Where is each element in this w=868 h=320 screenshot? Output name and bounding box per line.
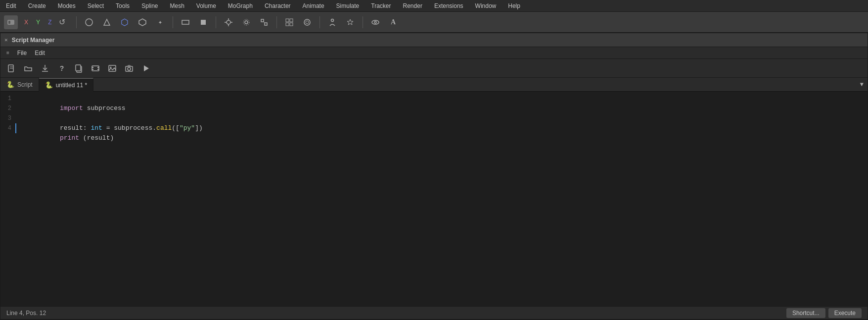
code-editor[interactable]: 1 import subprocess 2 3 result: int = su… — [0, 92, 868, 306]
tool-cube-btn[interactable]: ⬡ — [117, 15, 132, 30]
script-help-btn[interactable]: ? — [55, 61, 69, 75]
script-new-btn[interactable] — [4, 61, 18, 75]
tab-script[interactable]: 🐍 Script — [0, 78, 39, 92]
menu-item-mesh[interactable]: Mesh — [168, 1, 186, 10]
code-line-1: 1 import subprocess — [0, 94, 868, 104]
tool-transform-btn[interactable] — [257, 15, 272, 30]
menu-item-help[interactable]: Help — [506, 1, 522, 10]
tool-eye-btn[interactable] — [368, 15, 383, 30]
tool-circle-btn[interactable] — [82, 15, 96, 30]
menu-item-simulate[interactable]: Simulate — [334, 1, 362, 10]
tool-grid2-btn[interactable] — [300, 15, 315, 30]
kw-print: print — [60, 134, 79, 142]
svg-marker-42 — [144, 65, 149, 71]
svg-rect-32 — [76, 65, 81, 71]
kw-py-str: "py" — [180, 124, 195, 132]
line-code-4: print (result) — [16, 123, 114, 153]
svg-rect-14 — [261, 19, 264, 22]
menu-item-character[interactable]: Character — [263, 1, 293, 10]
svg-point-23 — [331, 19, 334, 21]
untitled-tab-icon: 🐍 — [45, 81, 53, 89]
script-download-btn[interactable] — [38, 61, 52, 75]
svg-point-39 — [110, 66, 112, 68]
menu-item-mograph[interactable]: MoGraph — [226, 1, 255, 10]
script-toolbar: ? — [0, 59, 868, 78]
menu-bar: Edit Create Modes Select Tools Spline Me… — [0, 0, 868, 12]
tool-arrow-up-btn[interactable] — [99, 15, 114, 30]
script-play-btn[interactable] — [139, 61, 153, 75]
toolbar-sep-3 — [216, 16, 216, 28]
axis-z-btn[interactable]: Z — [45, 17, 55, 28]
svg-rect-6 — [201, 20, 206, 25]
panel-file-btn[interactable]: File — [14, 49, 30, 57]
axis-rotate-btn[interactable]: ↺ — [56, 17, 67, 28]
menu-item-tools[interactable]: Tools — [114, 1, 132, 10]
menu-item-select[interactable]: Select — [86, 1, 106, 10]
script-copy-btn[interactable] — [72, 61, 86, 75]
menu-item-window[interactable]: Window — [473, 1, 499, 10]
script-film-btn[interactable] — [89, 61, 102, 75]
svg-marker-4 — [139, 19, 146, 26]
menu-item-tracker[interactable]: Tracker — [369, 1, 393, 10]
code-line-3: 3 result: int = subprocess.call(["py"]) — [0, 113, 868, 123]
svg-line-16 — [264, 22, 265, 23]
panel-titlebar: ✕ Script Manager — [0, 33, 868, 47]
tool-square-btn[interactable] — [196, 15, 211, 30]
kw-dot: . — [152, 124, 156, 132]
back-icon[interactable] — [4, 15, 18, 29]
menu-item-spline[interactable]: Spline — [139, 1, 160, 10]
tab-untitled[interactable]: 🐍 untitled 11 * — [39, 78, 93, 92]
code-content[interactable]: 1 import subprocess 2 3 result: int = su… — [0, 92, 868, 306]
tool-settings-btn[interactable] — [343, 15, 358, 30]
menu-item-volume[interactable]: Volume — [194, 1, 218, 10]
tool-grid-btn[interactable] — [282, 15, 297, 30]
code-line-2: 2 — [0, 104, 868, 113]
axis-group: X Y Z ↺ — [21, 17, 67, 28]
panel-file-label: File — [17, 50, 27, 56]
axis-x-btn[interactable]: X — [21, 17, 32, 28]
script-image-btn[interactable] — [105, 61, 119, 75]
tool-hex-btn[interactable] — [135, 15, 150, 30]
script-open-btn[interactable] — [21, 61, 35, 75]
panel-close-btn[interactable]: ✕ — [4, 37, 8, 43]
script-camera-btn[interactable] — [122, 61, 136, 75]
kw-space: (result) — [79, 134, 114, 142]
tab-dropdown-btn[interactable]: ▼ — [860, 81, 868, 88]
menu-item-create[interactable]: Create — [26, 1, 48, 10]
svg-rect-37 — [97, 69, 99, 70]
menu-item-animate[interactable]: Animate — [301, 1, 326, 10]
svg-rect-5 — [182, 20, 189, 24]
panel-edit-label: Edit — [35, 50, 45, 56]
tool-figure-btn[interactable] — [325, 15, 340, 30]
svg-rect-17 — [286, 19, 289, 22]
panel-hamburger-btn[interactable]: ≡ — [3, 49, 12, 56]
svg-marker-3 — [104, 19, 110, 25]
hamburger-icon: ≡ — [6, 50, 9, 55]
tab-untitled-label: untitled 11 * — [56, 82, 87, 89]
kw-import: import — [60, 105, 83, 112]
svg-point-7 — [227, 20, 230, 24]
tool-gear-btn[interactable] — [239, 15, 254, 30]
kw-module: subprocess — [83, 105, 126, 112]
toolbar-sep-4 — [276, 16, 277, 28]
menu-item-render[interactable]: Render — [401, 1, 424, 10]
tab-script-label: Script — [17, 81, 33, 88]
svg-rect-18 — [290, 19, 293, 22]
panel-edit-btn[interactable]: Edit — [32, 49, 48, 57]
kw-call: call — [156, 124, 172, 132]
tool-snap-btn[interactable] — [221, 15, 236, 30]
shortcut-button[interactable]: Shortcut... — [786, 308, 825, 318]
svg-point-12 — [245, 21, 248, 24]
toolbar-sep-1 — [76, 16, 77, 28]
tool-text-btn[interactable]: A — [386, 15, 401, 30]
menu-item-extensions[interactable]: Extensions — [432, 1, 465, 10]
kw-lparen: ([ — [172, 124, 180, 132]
axis-y-btn[interactable]: Y — [33, 17, 44, 28]
menu-item-modes[interactable]: Modes — [56, 1, 78, 10]
menu-item-edit[interactable]: Edit — [4, 1, 18, 10]
tool-rect-btn[interactable] — [178, 15, 193, 30]
svg-rect-1 — [8, 21, 10, 24]
panel-menu-bar: ≡ File Edit — [0, 47, 868, 59]
tool-star-btn[interactable]: ✦ — [153, 15, 168, 30]
execute-button[interactable]: Execute — [828, 308, 862, 318]
